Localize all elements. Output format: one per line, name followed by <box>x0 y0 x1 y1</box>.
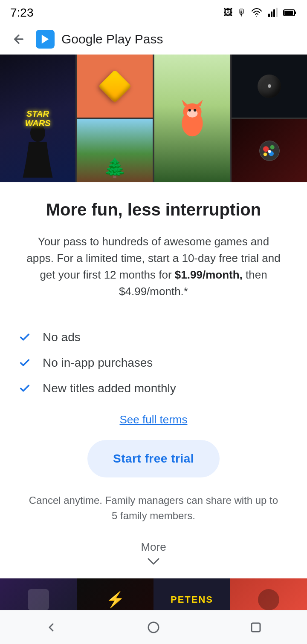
svg-rect-6 <box>284 11 293 15</box>
svg-point-14 <box>188 109 191 112</box>
svg-rect-23 <box>252 623 260 632</box>
check-icon-3 <box>17 381 32 396</box>
photo-icon: 🖼 <box>223 7 233 18</box>
signal-icon <box>267 8 279 18</box>
wifi-icon <box>251 8 263 18</box>
app-logo <box>36 30 55 49</box>
svg-point-20 <box>263 152 266 156</box>
game-card-3: 🌲 <box>77 119 153 182</box>
feature-item-3: New titles added monthly <box>17 381 290 396</box>
svg-rect-3 <box>276 8 278 17</box>
see-terms-section: See full terms <box>0 413 307 426</box>
svg-point-17 <box>263 146 269 152</box>
svg-rect-2 <box>273 9 275 17</box>
svg-point-22 <box>148 622 159 632</box>
feature-item-1: No ads <box>17 330 290 345</box>
game-card-2 <box>77 55 153 118</box>
navigation-bar <box>0 610 307 644</box>
hero-collage: STARWARS 🌲 <box>0 55 307 182</box>
feature-text-1: No ads <box>43 331 81 344</box>
start-trial-button[interactable]: Start free trial <box>87 440 220 477</box>
back-nav-button[interactable] <box>34 615 68 640</box>
svg-marker-7 <box>42 35 49 44</box>
cancel-text: Cancel anytime. Family managers can shar… <box>0 493 307 523</box>
svg-marker-11 <box>182 100 188 106</box>
mic-icon: 🎙 <box>237 7 246 18</box>
page-title: Google Play Pass <box>61 32 298 46</box>
petens-label: PETENS <box>171 594 213 605</box>
game-card-6 <box>232 119 307 182</box>
more-section: More <box>0 540 307 578</box>
main-headline: More fun, less interruption <box>26 199 281 220</box>
chevron-down-icon <box>147 557 160 566</box>
svg-marker-12 <box>196 100 203 106</box>
svg-rect-5 <box>295 12 296 14</box>
main-content: More fun, less interruption Your pass to… <box>0 182 307 330</box>
back-button[interactable] <box>9 29 29 49</box>
check-icon-1 <box>17 330 32 345</box>
status-time: 7:23 <box>10 6 34 20</box>
svg-point-21 <box>268 150 271 153</box>
more-label: More <box>141 540 166 554</box>
status-icons: 🖼 🎙 <box>223 7 297 18</box>
features-list: No ads No in-app purchases New titles ad… <box>17 330 290 396</box>
svg-rect-1 <box>271 12 272 17</box>
svg-rect-0 <box>268 14 270 17</box>
home-nav-button[interactable] <box>136 615 171 640</box>
description-text: Your pass to hundreds of awesome games a… <box>26 233 281 300</box>
recents-nav-button[interactable] <box>239 615 273 640</box>
battery-icon <box>283 8 297 18</box>
check-icon-2 <box>17 355 32 371</box>
svg-point-15 <box>194 109 196 112</box>
feature-text-3: New titles added monthly <box>43 382 176 395</box>
terms-link[interactable]: See full terms <box>120 413 188 426</box>
game-card-1: STARWARS <box>0 55 75 182</box>
feature-text-2: No in-app purchases <box>43 356 153 370</box>
status-bar: 7:23 🖼 🎙 <box>0 0 307 24</box>
svg-point-18 <box>270 145 274 150</box>
game-card-5 <box>232 55 307 118</box>
game-card-4 <box>154 55 230 182</box>
cta-container: Start free trial <box>0 440 307 477</box>
feature-item-2: No in-app purchases <box>17 355 290 371</box>
top-navigation: Google Play Pass <box>0 24 307 55</box>
